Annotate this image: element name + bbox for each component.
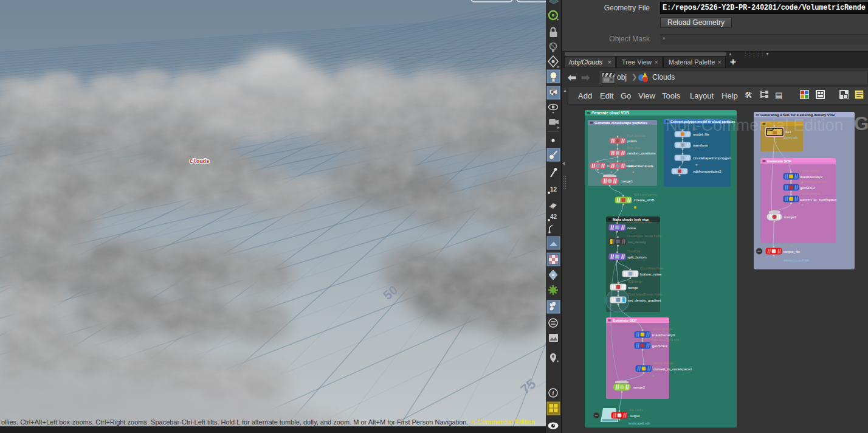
svg-text:random_positions: random_positions xyxy=(627,151,656,155)
svg-text:File Cache: File Cache xyxy=(630,409,643,412)
svg-text:Cloud Adjust Density Profile: Cloud Adjust Density Profile xyxy=(628,293,663,296)
svg-text:Cloud Shape Generate: Cloud Shape Generate xyxy=(606,159,635,162)
svg-text:disneycloudsdf.vdb: disneycloudsdf.vdb xyxy=(784,258,810,262)
svg-text:maskDensity2: maskDensity2 xyxy=(800,175,822,179)
svg-text:Point Jitter: Point Jitter xyxy=(627,147,641,150)
svg-text:ollies. Ctrl+Alt+Left box-zoom: ollies. Ctrl+Alt+Left box-zooms. Ctrl+Ri… xyxy=(1,418,468,426)
svg-text:points: points xyxy=(627,139,637,143)
svg-text:genSDF2: genSDF2 xyxy=(800,186,815,190)
svg-text:merge2: merge2 xyxy=(633,386,645,389)
svg-text:Create_VDB: Create_VDB xyxy=(634,198,654,202)
svg-text:Clouds: Clouds xyxy=(190,159,209,165)
svg-text:i: i xyxy=(553,390,554,397)
svg-text:vdbfromparticles2: vdbfromparticles2 xyxy=(693,170,722,173)
svg-text:maskDensity3: maskDensity3 xyxy=(652,333,675,337)
svg-text:Volume Wrangle: Volume Wrangle xyxy=(653,362,674,365)
svg-text:GenerateClouds: GenerateClouds xyxy=(627,164,653,168)
svg-text:Cloud Adjust Density Profile: Cloud Adjust Density Profile xyxy=(627,235,662,238)
svg-text:Volume Wrangle: Volume Wrangle xyxy=(652,328,673,331)
svg-text:G: G xyxy=(854,113,868,134)
svg-text:noise: noise xyxy=(627,226,636,230)
svg-text:Generate cloudscape particles: Generate cloudscape particles xyxy=(594,121,648,125)
svg-text:set_density_gradient: set_density_gradient xyxy=(628,299,661,302)
svg-text:genSDF3: genSDF3 xyxy=(652,344,668,348)
svg-text:Point Generate: Point Generate xyxy=(627,134,646,137)
svg-text:output_file: output_file xyxy=(784,250,801,254)
svg-text:Volume Wrangle: Volume Wrangle xyxy=(800,170,821,173)
svg-text:Generate cloud VDB: Generate cloud VDB xyxy=(591,111,629,115)
svg-text:merge3: merge3 xyxy=(784,215,797,219)
svg-text:File Cache: File Cache xyxy=(784,244,797,248)
svg-text:VDB Topology to SDF: VDB Topology to SDF xyxy=(652,339,680,342)
svg-text:disney.vdb: disney.vdb xyxy=(784,136,798,139)
svg-text:Volume Wrangle: Volume Wrangle xyxy=(800,192,821,195)
svg-text:12: 12 xyxy=(550,186,557,193)
svg-text:Cloud Clip: Cloud Clip xyxy=(627,250,641,253)
svg-text:set_density: set_density xyxy=(628,240,646,244)
svg-text:merge: merge xyxy=(628,286,638,289)
svg-text:n-Commercial Edition: n-Commercial Edition xyxy=(471,418,535,426)
svg-text:bottom_noise: bottom_noise xyxy=(640,272,662,276)
svg-text:Non-Commercial Edition: Non-Commercial Edition xyxy=(666,116,844,134)
svg-text:convert_to_voxelspace1: convert_to_voxelspace1 xyxy=(653,367,692,371)
svg-text:VDB Topology to SDF: VDB Topology to SDF xyxy=(800,181,827,184)
svg-text:cloudshapefrompolygon: cloudshapefrompolygon xyxy=(693,156,731,160)
svg-text:VDB Merge: VDB Merge xyxy=(628,280,642,283)
svg-text:landscape2.vdb: landscape2.vdb xyxy=(629,421,650,425)
svg-text:Cloud Wispy Noise: Cloud Wispy Noise xyxy=(640,267,664,270)
svg-text:VDB from Particles: VDB from Particles xyxy=(633,193,658,196)
svg-text:transform: transform xyxy=(693,144,708,147)
svg-text:output: output xyxy=(630,414,640,418)
svg-text:merge1: merge1 xyxy=(621,179,633,183)
svg-text:convert_to_voxelspace: convert_to_voxelspace xyxy=(800,198,837,201)
svg-text:split_bottom: split_bottom xyxy=(627,255,647,259)
svg-text:42: 42 xyxy=(550,213,557,220)
svg-text:Cloud Billowy Noise: Cloud Billowy Noise xyxy=(627,221,652,224)
